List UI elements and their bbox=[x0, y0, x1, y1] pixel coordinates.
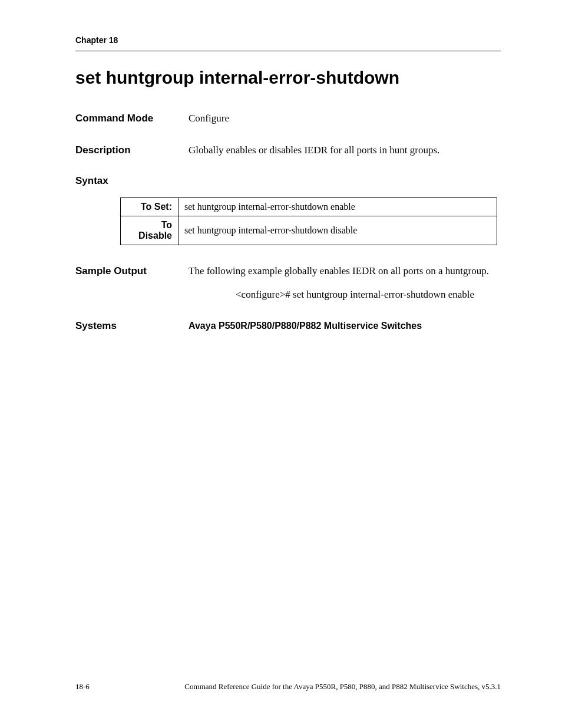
page-footer: 18-6 Command Reference Guide for the Ava… bbox=[75, 682, 501, 691]
table-row: To Set: set huntgroup internal-error-shu… bbox=[121, 197, 497, 216]
sample-output-intro-text: The following example globally enables I… bbox=[189, 265, 489, 276]
syntax-table: To Set: set huntgroup internal-error-shu… bbox=[120, 197, 497, 245]
description-value: Globally enables or disables IEDR for al… bbox=[189, 143, 501, 157]
sample-output-example: <configure># set huntgroup internal-erro… bbox=[236, 288, 489, 302]
header-rule bbox=[75, 51, 501, 51]
syntax-row-value: set huntgroup internal-error-shutdown en… bbox=[178, 197, 497, 216]
table-row: To Disable set huntgroup internal-error-… bbox=[121, 216, 497, 245]
syntax-row: Syntax bbox=[75, 175, 501, 187]
page-number: 18-6 bbox=[75, 682, 90, 691]
systems-label: Systems bbox=[75, 320, 189, 332]
syntax-label: Syntax bbox=[75, 175, 189, 187]
syntax-row-label: To Set: bbox=[121, 197, 178, 216]
sample-output-row: Sample Output The following example glob… bbox=[75, 264, 501, 302]
syntax-row-value: set huntgroup internal-error-shutdown di… bbox=[178, 216, 497, 245]
systems-value: Avaya P550R/P580/P880/P882 Multiservice … bbox=[189, 319, 501, 332]
systems-row: Systems Avaya P550R/P580/P880/P882 Multi… bbox=[75, 319, 501, 332]
footer-text: Command Reference Guide for the Avaya P5… bbox=[184, 682, 501, 691]
command-title: set huntgroup internal-error-shutdown bbox=[75, 68, 501, 88]
description-label: Description bbox=[75, 144, 189, 156]
command-mode-label: Command Mode bbox=[75, 113, 189, 124]
command-mode-value: Configure bbox=[189, 111, 501, 126]
sample-output-label: Sample Output bbox=[75, 265, 189, 277]
syntax-row-label: To Disable bbox=[121, 216, 178, 245]
sample-output-intro: The following example globally enables I… bbox=[189, 264, 501, 302]
description-row: Description Globally enables or disables… bbox=[75, 143, 501, 157]
chapter-header: Chapter 18 bbox=[75, 35, 501, 45]
page: Chapter 18 set huntgroup internal-error-… bbox=[0, 0, 562, 728]
command-mode-row: Command Mode Configure bbox=[75, 111, 501, 126]
